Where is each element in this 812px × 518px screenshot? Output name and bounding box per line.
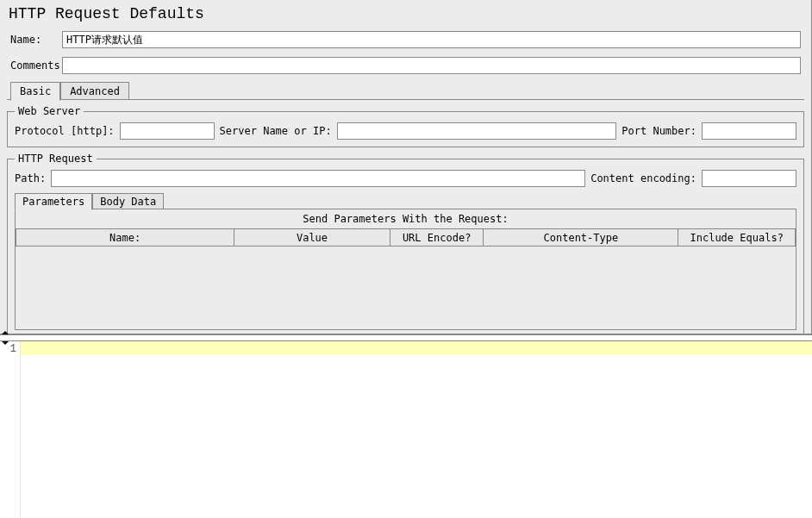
server-name-input[interactable] [337, 122, 617, 140]
inner-tab-separator [15, 209, 796, 209]
web-server-row: Protocol [http]: Server Name or IP: Port… [15, 122, 796, 140]
col-content-type[interactable]: Content-Type [484, 229, 678, 247]
path-row: Path: Content encoding: [15, 170, 796, 187]
encoding-input[interactable] [702, 170, 796, 187]
name-input[interactable] [62, 31, 801, 48]
main-tabs: Basic Advanced [0, 81, 811, 100]
body-tabs: Parameters Body Data [15, 192, 796, 209]
col-name[interactable]: Name: [16, 229, 234, 247]
name-label: Name: [10, 34, 62, 46]
panel-title: HTTP Request Defaults [0, 0, 811, 29]
parameters-section: Send Parameters With the Request: Name: … [15, 209, 796, 330]
web-server-fieldset: Web Server Protocol [http]: Server Name … [7, 105, 804, 147]
col-value[interactable]: Value [234, 229, 390, 247]
tab-basic[interactable]: Basic [10, 82, 60, 101]
protocol-label: Protocol [http]: [15, 125, 115, 137]
comments-row: Comments: [0, 55, 811, 76]
split-handle[interactable] [0, 334, 812, 340]
parameters-title: Send Parameters With the Request: [16, 209, 796, 228]
http-request-legend: HTTP Request [15, 153, 97, 165]
col-include-equals[interactable]: Include Equals? [678, 229, 796, 247]
name-row: Name: [0, 29, 811, 50]
server-name-label: Server Name or IP: [220, 125, 332, 137]
line-number: 1 [0, 343, 16, 355]
line-gutter: 1 [0, 341, 21, 518]
http-request-defaults-panel: HTTP Request Defaults Name: Comments: Ba… [0, 0, 812, 518]
protocol-input[interactable] [120, 122, 215, 140]
path-label: Path: [15, 172, 46, 184]
port-input[interactable] [702, 122, 796, 140]
parameters-empty-area[interactable] [16, 247, 796, 329]
code-editor: 1 [0, 340, 812, 518]
tab-advanced[interactable]: Advanced [60, 82, 129, 100]
comments-label: Comments: [10, 59, 62, 72]
editor-body[interactable] [21, 341, 812, 518]
basic-tab-content: Web Server Protocol [http]: Server Name … [7, 105, 804, 338]
path-input[interactable] [51, 170, 585, 187]
table-header-row: Name: Value URL Encode? Content-Type Inc… [16, 229, 796, 247]
col-url-encode[interactable]: URL Encode? [390, 229, 483, 247]
web-server-legend: Web Server [15, 105, 84, 117]
config-area: HTTP Request Defaults Name: Comments: Ba… [0, 0, 812, 334]
current-line-highlight [21, 341, 812, 355]
port-label: Port Number: [621, 125, 696, 137]
tab-separator [7, 99, 804, 100]
http-request-fieldset: HTTP Request Path: Content encoding: Par… [7, 153, 804, 338]
encoding-label: Content encoding: [590, 172, 696, 184]
parameters-table: Name: Value URL Encode? Content-Type Inc… [16, 228, 796, 247]
comments-input[interactable] [62, 57, 801, 74]
tab-parameters[interactable]: Parameters [15, 193, 92, 210]
tab-body-data[interactable]: Body Data [92, 193, 164, 209]
